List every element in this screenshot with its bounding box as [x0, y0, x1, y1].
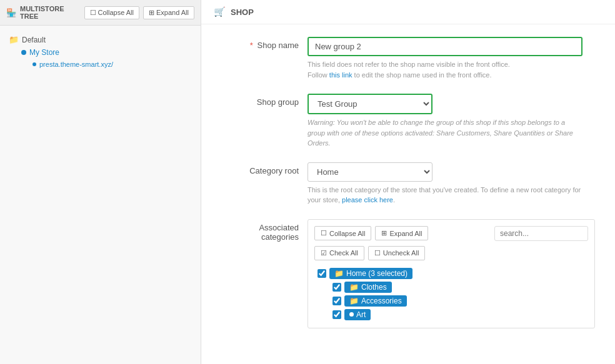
tree-icon: 🏪 — [6, 8, 16, 17]
cat-item-clothes: 📁 Clothes — [332, 280, 588, 294]
category-search-input[interactable] — [494, 226, 588, 241]
shop-group-select[interactable]: Test Group — [308, 94, 432, 114]
assoc-cats-panel: ☐ Collapse All ⊞ Expand All ☑ — [308, 219, 595, 328]
category-root-select[interactable]: Home — [308, 162, 432, 182]
tree-item-mystore[interactable]: My Store — [21, 46, 192, 59]
folder-clothes-icon: 📁 — [349, 283, 359, 292]
tree-item-default[interactable]: 📁 Default — [9, 33, 192, 46]
main-header: 🛒 SHOP — [201, 0, 615, 24]
form-area: * Shop name This field does not refer to… — [201, 24, 615, 355]
sidebar: 🏪 MULTISTORE TREE ☐ Collapse All ⊞ Expan… — [0, 0, 201, 364]
collapse-sq-icon: ☐ — [321, 229, 327, 237]
check-uncheck-toolbar: ☑ Check All ☐ Uncheck All — [314, 246, 588, 260]
category-root-row: Category root Home This is the root cate… — [220, 162, 596, 205]
expand-icon: ⊞ — [149, 9, 154, 17]
check-icon: ☑ — [321, 249, 327, 257]
cat-badge-accessories[interactable]: 📁 Accessories — [344, 295, 407, 307]
assoc-cats-toolbar: ☐ Collapse All ⊞ Expand All — [314, 226, 588, 241]
collapse-all-button[interactable]: ☐ Collapse All — [84, 6, 139, 19]
shop-group-warning: Warning: You won't be able to change the… — [308, 117, 582, 149]
cat-item-art: Art — [332, 308, 588, 322]
sidebar-header: 🏪 MULTISTORE TREE ☐ Collapse All ⊞ Expan… — [0, 0, 201, 26]
assoc-cats-area: ☐ Collapse All ⊞ Expand All ☑ — [308, 219, 596, 328]
expand-all-button[interactable]: ⊞ Expand All — [143, 6, 194, 19]
assoc-cats-row: Associated categories ☐ Collapse All ⊞ E… — [220, 219, 596, 328]
dot-art-icon — [349, 312, 354, 317]
folder-icon: 📁 — [9, 35, 19, 44]
uncheck-icon: ☐ — [374, 249, 381, 257]
expand-sq-icon: ⊞ — [381, 229, 387, 237]
shop-name-link[interactable]: this link — [329, 71, 352, 79]
folder-accessories-icon: 📁 — [349, 297, 359, 305]
folder-cat-icon: 📁 — [334, 269, 344, 278]
shop-group-row: Shop group Test Group Warning: You won't… — [220, 94, 596, 149]
shop-name-label: * Shop name — [220, 37, 308, 50]
category-tree: 📁 Home (3 selected) 📁 Clothes — [314, 267, 588, 322]
shop-group-input-area: Test Group Warning: You won't be able to… — [308, 94, 596, 149]
sidebar-tree: 📁 Default My Store presta.theme-smart.xy… — [0, 26, 201, 77]
check-all-button[interactable]: ☑ Check All — [314, 246, 364, 260]
category-root-input-area: Home This is the root category of the st… — [308, 162, 596, 205]
required-star: * — [250, 41, 253, 50]
cat-checkbox-accessories[interactable] — [332, 297, 341, 305]
shop-group-label: Shop group — [220, 94, 308, 107]
cat-item-home: 📁 Home (3 selected) — [318, 267, 588, 280]
cat-checkbox-clothes[interactable] — [332, 283, 341, 292]
assoc-expand-all-button[interactable]: ⊞ Expand All — [375, 226, 428, 240]
cat-checkbox-art[interactable] — [332, 310, 341, 319]
main-content: 🛒 SHOP * Shop name This field does not r… — [201, 0, 615, 364]
cart-icon: 🛒 — [214, 6, 226, 17]
shop-name-input[interactable] — [308, 37, 582, 56]
sidebar-title: MULTISTORE TREE — [20, 5, 81, 20]
category-root-label: Category root — [220, 162, 308, 175]
page-title: SHOP — [231, 7, 254, 17]
cat-item-accessories: 📁 Accessories — [332, 294, 588, 308]
cat-checkbox-home[interactable] — [318, 269, 326, 278]
category-root-link[interactable]: please click here — [342, 196, 393, 204]
category-root-hint: This is the root category of the store t… — [308, 185, 582, 205]
shop-name-input-area: This field does not refer to the shop na… — [308, 37, 596, 80]
dot-icon-2 — [32, 62, 36, 66]
cat-badge-clothes[interactable]: 📁 Clothes — [344, 282, 392, 293]
cat-badge-art[interactable]: Art — [344, 309, 371, 320]
dot-icon — [21, 50, 26, 55]
cat-badge-home[interactable]: 📁 Home (3 selected) — [329, 268, 412, 279]
collapse-icon: ☐ — [90, 9, 96, 17]
uncheck-all-button[interactable]: ☐ Uncheck All — [368, 246, 425, 260]
shop-name-row: * Shop name This field does not refer to… — [220, 37, 596, 80]
assoc-cats-label: Associated categories — [220, 219, 308, 242]
shop-name-hint: This field does not refer to the shop na… — [308, 59, 582, 80]
tree-item-url[interactable]: presta.theme-smart.xyz/ — [32, 59, 192, 70]
assoc-collapse-all-button[interactable]: ☐ Collapse All — [314, 226, 371, 240]
